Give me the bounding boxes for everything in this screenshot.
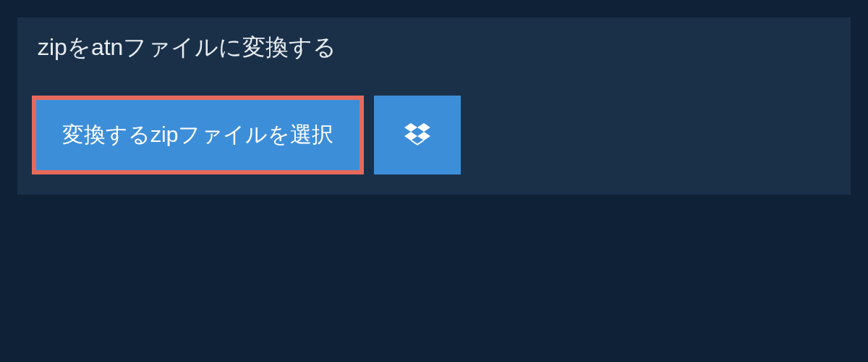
dropbox-icon <box>404 121 430 149</box>
action-row: 変換するzipファイルを選択 <box>17 78 851 195</box>
select-file-label: 変換するzipファイルを選択 <box>62 120 333 150</box>
dropbox-button[interactable] <box>374 96 461 174</box>
conversion-panel: zipをatnファイルに変換する 変換するzipファイルを選択 <box>17 17 851 195</box>
page-title: zipをatnファイルに変換する <box>17 17 357 78</box>
select-file-button[interactable]: 変換するzipファイルを選択 <box>32 96 364 174</box>
